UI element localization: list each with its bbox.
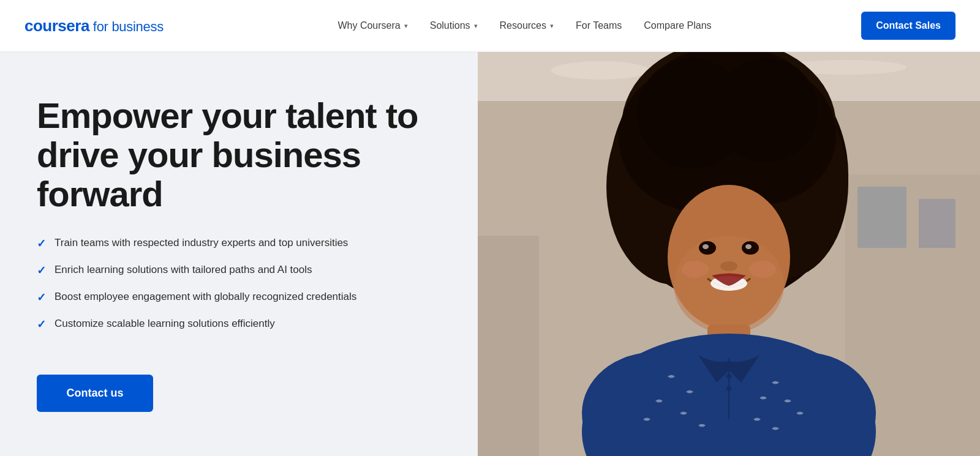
svg-point-34 <box>726 386 731 391</box>
nav-item-solutions[interactable]: Solutions ▾ <box>421 15 486 36</box>
list-item: ✓ Customize scalable learning solutions … <box>37 316 435 332</box>
chevron-down-icon: ▾ <box>550 22 554 30</box>
svg-point-22 <box>745 244 752 249</box>
check-icon: ✓ <box>37 317 46 332</box>
chevron-down-icon: ▾ <box>404 22 408 30</box>
chevron-down-icon: ▾ <box>474 22 478 30</box>
contact-us-button[interactable]: Contact us <box>37 375 153 412</box>
svg-point-25 <box>682 261 709 278</box>
nav-item-for-teams[interactable]: For Teams <box>567 15 630 36</box>
svg-point-21 <box>703 244 709 249</box>
svg-point-16 <box>714 58 818 162</box>
logo-for-business: for business <box>93 19 164 35</box>
hero-section: Empower your talent to drive your busine… <box>0 52 980 456</box>
svg-point-32 <box>726 362 731 367</box>
contact-sales-button[interactable]: Contact Sales <box>861 12 956 40</box>
nav-item-resources[interactable]: Resources ▾ <box>491 15 562 36</box>
hero-headline: Empower your talent to drive your busine… <box>37 96 435 213</box>
svg-point-26 <box>749 261 776 278</box>
svg-rect-7 <box>478 236 539 456</box>
check-icon: ✓ <box>37 263 46 278</box>
hero-image <box>478 52 980 456</box>
logo-coursera: coursera <box>24 17 89 36</box>
check-icon: ✓ <box>37 290 46 305</box>
nav-item-why-coursera[interactable]: Why Coursera ▾ <box>329 15 416 36</box>
list-item: ✓ Train teams with respected industry ex… <box>37 236 435 252</box>
list-item: ✓ Boost employee engagement with globall… <box>37 290 435 305</box>
features-list: ✓ Train teams with respected industry ex… <box>37 236 435 344</box>
nav-links: Why Coursera ▾ Solutions ▾ Resources ▾ F… <box>188 15 861 36</box>
svg-rect-5 <box>858 187 907 248</box>
svg-point-2 <box>551 61 649 80</box>
logo[interactable]: coursera for business <box>24 17 164 36</box>
svg-point-24 <box>720 261 737 271</box>
hero-left: Empower your talent to drive your busine… <box>0 52 478 456</box>
list-item: ✓ Enrich learning solutions with tailore… <box>37 263 435 278</box>
nav-item-compare-plans[interactable]: Compare Plans <box>635 15 720 36</box>
hero-person-image <box>478 52 980 456</box>
svg-rect-6 <box>919 199 956 248</box>
navbar: coursera for business Why Coursera ▾ Sol… <box>0 0 980 52</box>
svg-point-33 <box>726 374 731 379</box>
check-icon: ✓ <box>37 236 46 252</box>
